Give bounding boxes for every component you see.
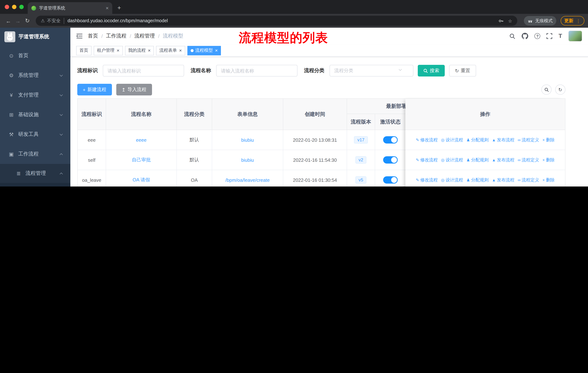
action-assign-rule-link[interactable]: ♟分配规则: [466, 177, 489, 183]
tag-close-icon[interactable]: ×: [215, 48, 218, 53]
payment-icon: ¥: [7, 92, 15, 98]
zoom-window-button[interactable]: [19, 5, 24, 9]
action-publish-link[interactable]: ▲发布流程: [492, 137, 514, 143]
active-toggle[interactable]: [383, 136, 398, 143]
search-icon[interactable]: [509, 33, 515, 39]
process-category-select[interactable]: 流程分类: [330, 65, 413, 77]
cell-version: v2: [347, 150, 375, 170]
sidebar-item-home[interactable]: ⊙首页: [0, 46, 70, 66]
browser-tab[interactable]: 芋道管理系统 ×: [28, 2, 112, 14]
sidebar-item-devtools[interactable]: ⚒研发工具: [0, 125, 70, 144]
action-edit-link[interactable]: ✎修改流程: [416, 177, 438, 183]
actions-body: ✎修改流程◎设计流程♟分配规则▲发布流程∞流程定义×删除✎修改流程◎设计流程♟分…: [405, 130, 565, 186]
back-button[interactable]: ←: [4, 16, 13, 26]
process-name-input[interactable]: [216, 65, 297, 77]
design-icon: ◎: [441, 158, 445, 162]
process-name-link[interactable]: 自己审批: [132, 157, 151, 163]
cell-category: OA: [177, 170, 212, 186]
form-link[interactable]: biubiu: [241, 157, 254, 163]
action-edit-link[interactable]: ✎修改流程: [416, 157, 438, 163]
tag-流程表单[interactable]: 流程表单×: [156, 46, 185, 55]
action-label: 设计流程: [446, 157, 463, 163]
new-tab-button[interactable]: +: [117, 5, 121, 11]
tag-租户管理[interactable]: 租户管理×: [94, 46, 123, 55]
action-publish-link[interactable]: ▲发布流程: [492, 157, 514, 163]
tag-我的流程[interactable]: 我的流程×: [125, 46, 154, 55]
address-bar[interactable]: ⚠ 不安全 dashboard.yudao.iocoder.cn/bpm/man…: [36, 16, 517, 26]
action-definition-link[interactable]: ∞流程定义: [518, 177, 539, 183]
import-process-button[interactable]: ↥ 导入流程: [116, 84, 152, 95]
browser-menu-icon[interactable]: ⋮: [576, 18, 581, 23]
action-design-link[interactable]: ◎设计流程: [441, 137, 463, 143]
upload-icon: ↥: [122, 87, 126, 92]
action-design-link[interactable]: ◎设计流程: [441, 177, 463, 183]
cell-version: v5: [347, 170, 375, 186]
action-assign-rule-link[interactable]: ♟分配规则: [466, 137, 489, 143]
breadcrumb-item[interactable]: 工作流程: [106, 33, 126, 39]
form-link[interactable]: biubiu: [241, 137, 254, 143]
reload-button[interactable]: ↻: [23, 16, 32, 26]
action-edit-link[interactable]: ✎修改流程: [416, 137, 438, 143]
fullscreen-icon[interactable]: [546, 33, 552, 39]
action-definition-link[interactable]: ∞流程定义: [518, 157, 539, 163]
cell-active: [375, 170, 406, 186]
active-toggle[interactable]: [383, 176, 398, 184]
avatar[interactable]: [568, 30, 582, 41]
breadcrumb: 首页/工作流程/流程管理/流程模型: [88, 33, 183, 39]
sidebar-item-payment[interactable]: ¥支付管理: [0, 85, 70, 105]
security-label[interactable]: 不安全: [47, 18, 64, 24]
password-key-icon[interactable]: [498, 18, 504, 23]
action-publish-link[interactable]: ▲发布流程: [492, 177, 514, 183]
reset-button[interactable]: ↻ 重置: [449, 65, 476, 77]
forward-button[interactable]: →: [13, 16, 23, 26]
window-controls: [5, 5, 24, 9]
github-icon[interactable]: [522, 33, 528, 39]
tag-首页[interactable]: 首页: [76, 46, 92, 55]
sidebar-item-process-manage[interactable]: ≣流程管理: [0, 164, 70, 183]
action-assign-rule-link[interactable]: ♟分配规则: [466, 157, 489, 163]
page-content: 流程标识 流程名称 流程分类 流程分类 搜索 ↻ 重置: [70, 57, 588, 186]
sidebar-item-infrastructure[interactable]: ⊞基础设施: [0, 105, 70, 125]
process-key-input[interactable]: [103, 65, 184, 77]
assign-rule-icon: ♟: [466, 138, 470, 142]
breadcrumb-item[interactable]: 首页: [88, 33, 98, 39]
action-definition-link[interactable]: ∞流程定义: [518, 137, 539, 143]
tag-流程模型[interactable]: 流程模型×: [187, 46, 221, 55]
action-delete-link[interactable]: ×删除: [542, 157, 555, 163]
toggle-search-button[interactable]: [541, 84, 552, 95]
sidebar-item-workflow[interactable]: ▣工作流程: [0, 144, 70, 164]
refresh-icon: ↻: [558, 87, 562, 92]
refresh-table-button[interactable]: ↻: [555, 84, 565, 95]
sidebar-item-label: 流程管理: [26, 170, 60, 177]
tag-close-icon[interactable]: ×: [117, 48, 119, 53]
form-link[interactable]: /bpm/oa/leave/create: [225, 177, 270, 183]
url-text[interactable]: dashboard.yudao.iocoder.cn/bpm/manager/m…: [68, 18, 494, 23]
version-badge: v17: [354, 136, 368, 144]
active-toggle[interactable]: [383, 156, 398, 163]
cell-created: 2022-01-16 11:54:30: [283, 150, 347, 170]
search-icon: [544, 87, 549, 92]
sidebar-fold-icon[interactable]: [76, 33, 83, 39]
tag-close-icon[interactable]: ×: [179, 48, 182, 53]
sidebar-item-label: 支付管理: [18, 92, 60, 98]
search-button[interactable]: 搜索: [418, 65, 445, 77]
sidebar-item-process-form[interactable]: ▤流程表单: [0, 183, 70, 186]
bookmark-star-icon[interactable]: ☆: [508, 18, 512, 23]
breadcrumb-item[interactable]: 流程管理: [135, 33, 155, 39]
tag-close-icon[interactable]: ×: [148, 48, 151, 53]
cell-key: self: [78, 150, 106, 170]
font-size-icon[interactable]: T: [558, 33, 562, 39]
minimize-window-button[interactable]: [12, 5, 16, 9]
create-process-button[interactable]: + 新建流程: [77, 84, 112, 95]
action-delete-link[interactable]: ×删除: [542, 177, 555, 183]
action-design-link[interactable]: ◎设计流程: [441, 157, 463, 163]
process-name-link[interactable]: OA 请假: [133, 177, 150, 183]
process-name-link[interactable]: eeee: [136, 137, 147, 143]
tab-close-icon[interactable]: ×: [106, 5, 109, 11]
update-label: 更新: [564, 18, 573, 24]
update-button[interactable]: 更新 ⋮: [561, 16, 584, 26]
sidebar-item-system[interactable]: ⚙系统管理: [0, 66, 70, 85]
close-window-button[interactable]: [5, 5, 9, 9]
help-icon[interactable]: ?: [535, 33, 540, 39]
action-delete-link[interactable]: ×删除: [542, 137, 555, 143]
